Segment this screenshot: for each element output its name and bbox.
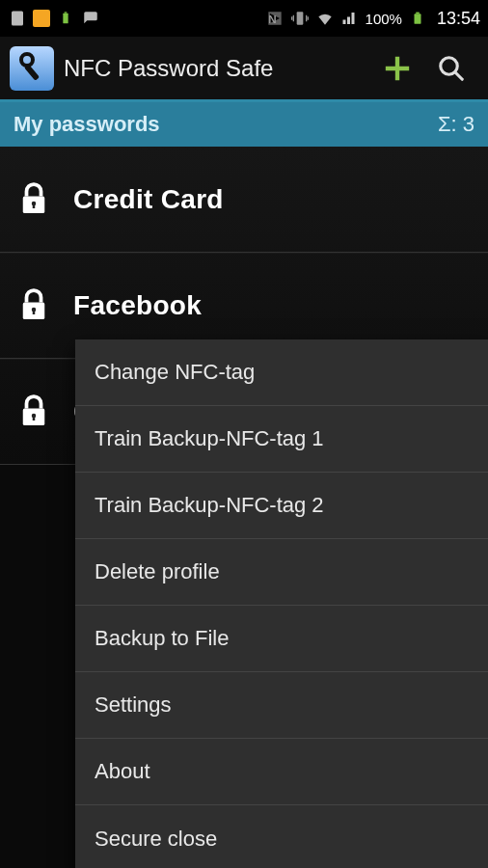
nfc-icon: N (265, 9, 285, 28)
status-bar: N 100% 13:54 (0, 0, 488, 37)
svg-rect-13 (33, 203, 36, 208)
context-menu: Change NFC-tag Train Backup-NFC-tag 1 Tr… (75, 339, 488, 868)
wifi-icon (315, 9, 335, 28)
menu-item-secure-close[interactable]: Secure close (75, 805, 488, 868)
menu-item-backup-file[interactable]: Backup to File (75, 606, 488, 672)
lock-icon (19, 393, 50, 430)
search-button[interactable] (424, 41, 478, 95)
app-icon (10, 46, 54, 91)
menu-item-delete-profile[interactable]: Delete profile (75, 539, 488, 606)
battery-small-icon (56, 9, 75, 28)
clock: 13:54 (437, 9, 480, 29)
svg-rect-5 (414, 14, 420, 24)
svg-rect-4 (296, 12, 303, 24)
app-notification-icon (33, 10, 50, 27)
add-button[interactable] (370, 41, 424, 95)
menu-item-change-nfc[interactable]: Change NFC-tag (75, 339, 488, 406)
svg-rect-16 (33, 310, 36, 314)
signal-icon (340, 9, 360, 28)
menu-item-train-backup-1[interactable]: Train Backup-NFC-tag 1 (75, 406, 488, 473)
lock-icon (19, 287, 50, 324)
battery-icon (408, 9, 427, 28)
subheader-count: Σ: 3 (438, 112, 474, 137)
svg-rect-6 (416, 13, 420, 14)
subheader-title: My passwords (14, 112, 438, 137)
lock-icon (19, 181, 50, 218)
list-item[interactable]: Credit Card (0, 147, 488, 253)
notification-icon (81, 9, 100, 28)
app-title: NFC Password Safe (64, 55, 370, 82)
menu-item-train-backup-2[interactable]: Train Backup-NFC-tag 2 (75, 473, 488, 539)
vibrate-icon (290, 9, 310, 28)
password-label: Credit Card (73, 184, 224, 215)
action-bar: NFC Password Safe (0, 37, 488, 102)
battery-percent-text: 100% (366, 11, 402, 27)
subheader: My passwords Σ: 3 (0, 102, 488, 147)
svg-rect-19 (33, 416, 36, 420)
sim-icon (8, 9, 27, 28)
password-label: Facebook (73, 290, 202, 321)
svg-text:N: N (268, 13, 276, 25)
svg-rect-2 (65, 12, 68, 13)
svg-rect-1 (63, 14, 68, 24)
menu-item-about[interactable]: About (75, 739, 488, 805)
svg-rect-0 (12, 12, 23, 26)
menu-item-settings[interactable]: Settings (75, 672, 488, 739)
